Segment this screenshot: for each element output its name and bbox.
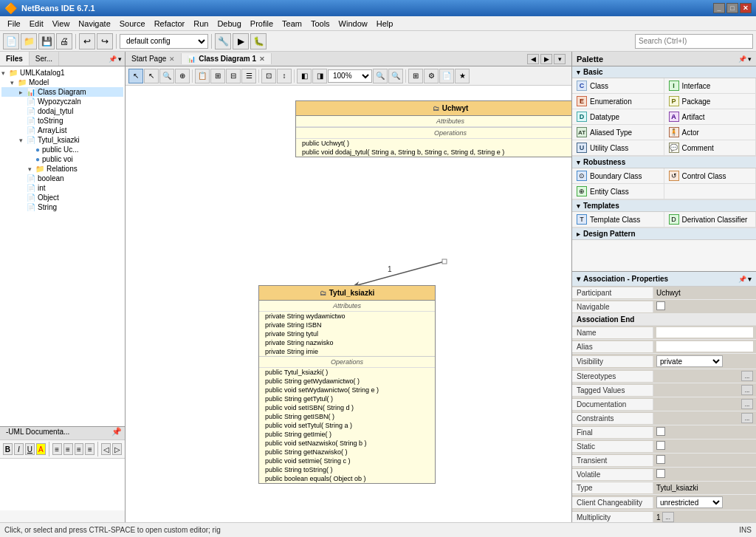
- italic-button[interactable]: I: [14, 443, 24, 455]
- files-tab[interactable]: Files: [0, 52, 30, 66]
- zoom-dropdown[interactable]: 100%: [328, 69, 372, 83]
- tree-item-tostring[interactable]: 📄 toString: [1, 116, 123, 126]
- menu-item-file[interactable]: File: [3, 18, 25, 30]
- name-input[interactable]: [656, 327, 753, 338]
- tab-start-page[interactable]: Start Page ✕: [126, 53, 182, 64]
- left-panel-menu[interactable]: ▾: [118, 55, 122, 63]
- zoom-tool[interactable]: 🔍: [159, 69, 174, 83]
- autolayout-tool[interactable]: ↕: [277, 69, 292, 83]
- layout-tool[interactable]: ⊡: [261, 69, 276, 83]
- debug-button[interactable]: 🐛: [250, 33, 267, 49]
- palette-item-enumeration[interactable]: E Enumeration: [572, 94, 664, 109]
- assoc-expand[interactable]: ▾: [577, 275, 580, 283]
- tree-item-boolean[interactable]: 📄 boolean: [1, 174, 123, 183]
- services-tab[interactable]: Ser...: [30, 52, 59, 66]
- documentation-edit-btn[interactable]: ...: [741, 399, 753, 409]
- close-button[interactable]: ✕: [740, 3, 752, 13]
- nav-left[interactable]: ◀: [527, 54, 539, 64]
- bold-button[interactable]: B: [3, 443, 13, 455]
- indent[interactable]: ▷: [112, 443, 122, 455]
- tree-item-string[interactable]: 📄 String: [1, 202, 123, 212]
- menu-item-run[interactable]: Run: [189, 18, 213, 30]
- redo-button[interactable]: ↪: [97, 33, 113, 49]
- snap-tool[interactable]: ⊞: [210, 69, 225, 83]
- select-tool[interactable]: ↖: [128, 69, 143, 83]
- tree-item-int[interactable]: 📄 int: [1, 183, 123, 193]
- menu-item-tools[interactable]: Tools: [306, 18, 334, 30]
- palette-item-control[interactable]: ↺ Control Class: [664, 168, 757, 184]
- alias-input[interactable]: [656, 341, 753, 352]
- transient-checkbox[interactable]: [656, 455, 665, 464]
- palette-item-comment[interactable]: 💬 Comment: [664, 140, 757, 156]
- prop-value[interactable]: [653, 326, 756, 339]
- palette-item-derivation[interactable]: D Derivation Classifier: [664, 212, 757, 228]
- extra-tool[interactable]: ★: [455, 69, 470, 83]
- palette-item-package[interactable]: P Package: [664, 94, 757, 109]
- palette-item-datatype[interactable]: D Datatype: [572, 109, 664, 125]
- volatile-checkbox[interactable]: [656, 469, 665, 478]
- palette-item-aliased[interactable]: AT Aliased Type: [572, 125, 664, 140]
- tree-item-dodaj-tytul[interactable]: 📄 dodaj_tytul: [1, 106, 123, 116]
- stereotypes-edit-btn[interactable]: ...: [741, 371, 753, 381]
- nav-dropdown[interactable]: ▾: [554, 54, 566, 64]
- palette-item-entity[interactable]: ⊕ Entity Class: [572, 184, 664, 199]
- menu-item-view[interactable]: View: [48, 18, 75, 30]
- doc-editor[interactable]: [0, 459, 125, 510]
- palette-item-actor[interactable]: 🧍 Actor: [664, 125, 757, 140]
- palette-item-template[interactable]: T Template Class: [572, 212, 664, 228]
- menu-item-navigate[interactable]: Navigate: [74, 18, 114, 30]
- tab-close-startpage[interactable]: ✕: [169, 55, 175, 63]
- palette-item-interface[interactable]: I Interface: [664, 78, 757, 94]
- zoom-in[interactable]: ⊕: [175, 69, 190, 83]
- size-inc[interactable]: ◨: [312, 69, 327, 83]
- tree-item-arraylist[interactable]: 📄 ArrayList: [1, 126, 123, 135]
- menu-item-help[interactable]: Help: [372, 18, 398, 30]
- palette-section-templates[interactable]: ▾ Templates: [572, 200, 756, 212]
- doc-panel-pin[interactable]: 📌: [109, 427, 125, 439]
- zoom-out[interactable]: 🔍: [373, 69, 388, 83]
- tree-item-public-uc[interactable]: ● public Uc...: [1, 145, 123, 154]
- fit-tool[interactable]: ⊞: [408, 69, 423, 83]
- save-button[interactable]: 💾: [38, 33, 55, 49]
- new-button[interactable]: 📄: [3, 33, 19, 49]
- menu-item-window[interactable]: Window: [334, 18, 372, 30]
- tree-item-public-voi[interactable]: ● public voi: [1, 154, 123, 164]
- constraints-edit-btn[interactable]: ...: [741, 413, 753, 423]
- tagged-edit-btn[interactable]: ...: [741, 385, 753, 395]
- client-changeability-dropdown[interactable]: unrestricted frozen addOnly: [656, 496, 723, 508]
- navigable-checkbox[interactable]: [656, 301, 665, 310]
- menu-item-refactor[interactable]: Refactor: [150, 18, 190, 30]
- final-checkbox[interactable]: [656, 427, 665, 436]
- tree-item-tytul[interactable]: ▾ 📄 Tytul_ksiazki: [1, 135, 123, 145]
- palette-item-utility[interactable]: U Utility Class: [572, 140, 664, 156]
- palette-item-artifact[interactable]: A Artifact: [664, 109, 757, 125]
- tree-item-relations[interactable]: ▾ 📁 Relations: [1, 164, 123, 174]
- zoom-in-2[interactable]: 🔍: [388, 69, 403, 83]
- direct-select[interactable]: ↖: [144, 69, 159, 83]
- tree-item-object[interactable]: 📄 Object: [1, 193, 123, 202]
- search-input[interactable]: [635, 34, 753, 49]
- maximize-button[interactable]: □: [726, 3, 738, 13]
- palette-section-design-pattern[interactable]: ▸ Design Pattern: [572, 228, 756, 240]
- config-dropdown[interactable]: default config: [120, 34, 208, 49]
- color-button[interactable]: A: [36, 443, 46, 455]
- assoc-menu[interactable]: ▾: [748, 276, 752, 283]
- tab-class-diagram[interactable]: 📊 Class Diagram 1 ✕: [182, 53, 272, 64]
- undo-button[interactable]: ↩: [79, 33, 95, 49]
- static-checkbox[interactable]: [656, 441, 665, 450]
- align-center[interactable]: ≡: [63, 443, 73, 455]
- palette-item-boundary[interactable]: ⊙ Boundary Class: [572, 168, 664, 184]
- print-button[interactable]: 🖨: [56, 33, 72, 49]
- align-left[interactable]: ≡: [52, 443, 62, 455]
- size-dec[interactable]: ◧: [297, 69, 312, 83]
- underline-button[interactable]: U: [25, 443, 35, 455]
- minimize-button[interactable]: _: [713, 3, 725, 13]
- open-button[interactable]: 📁: [21, 33, 37, 49]
- menu-item-edit[interactable]: Edit: [25, 18, 48, 30]
- palette-item-class[interactable]: C Class: [572, 78, 664, 94]
- build-button[interactable]: 🔧: [215, 33, 231, 49]
- tree-item-classdiagram[interactable]: ▸ 📊 Class Diagram: [1, 87, 123, 97]
- align-justify[interactable]: ≡: [85, 443, 94, 455]
- prop-value[interactable]: [653, 340, 756, 353]
- doc-tab-uml[interactable]: -UML Documenta...: [0, 427, 75, 439]
